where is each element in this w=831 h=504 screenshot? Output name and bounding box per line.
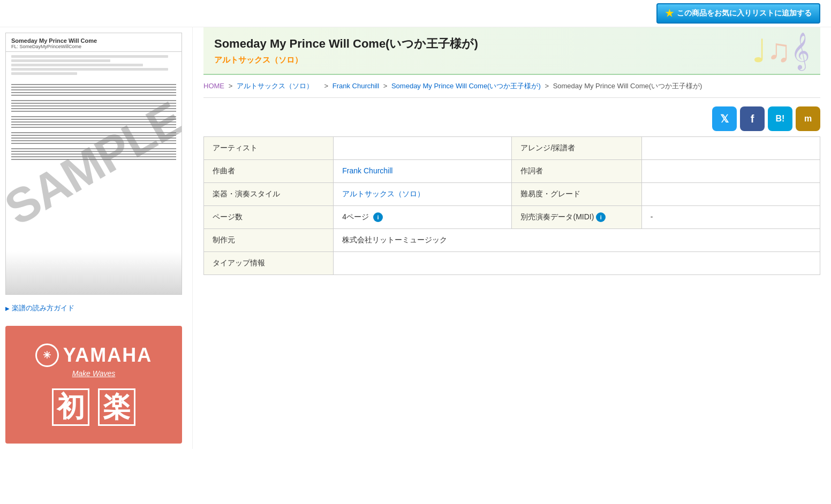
sheet-preview-subtitle: FL: SomeDayMyPrinceWillCome (11, 44, 176, 49)
mastodon-icon: m (804, 114, 812, 124)
yamaha-tagline: Make Waves (72, 369, 116, 378)
favorite-button-label: この商品をお気に入りリストに追加する (677, 9, 812, 18)
staff-row (11, 108, 176, 109)
twitter-button[interactable]: 𝕏 (712, 106, 737, 131)
staff-row (11, 100, 176, 101)
guide-link[interactable]: 楽譜の読み方ガイド (5, 303, 187, 313)
pages-info-icon[interactable]: i (373, 212, 383, 222)
title-section: ♩ ♫ 𝄞 Someday My Prince Will Come(いつか王子様… (203, 27, 820, 75)
sheet-line (11, 64, 143, 66)
table-row: 制作元 株式会社リットーミュージック (204, 229, 820, 252)
main-layout: Someday My Prince Will Come FL: SomeDayM… (0, 27, 831, 449)
table-row: タイアップ情報 (204, 252, 820, 275)
table-row: 楽器・演奏スタイル アルトサックス（ソロ） 難易度・グレード (204, 183, 820, 206)
breadcrumb: HOME > アルトサックス（ソロ） > Frank Churchill > S… (203, 75, 820, 98)
right-content: ♩ ♫ 𝄞 Someday My Prince Will Come(いつか王子様… (193, 27, 831, 449)
staff-group (11, 148, 176, 160)
staff-row (11, 154, 176, 155)
staff-row (11, 143, 176, 144)
staff-row (11, 127, 176, 128)
staff-row (11, 119, 176, 120)
sheet-line (11, 68, 168, 71)
hatena-button[interactable]: B! (768, 106, 792, 131)
staff-row (11, 159, 176, 160)
breadcrumb-song2: Someday My Prince Will Come(いつか王子様が) (553, 82, 702, 90)
value-midi: - (641, 206, 820, 229)
staff-row (11, 121, 176, 123)
star-icon: ★ (665, 7, 674, 19)
sheet-preview[interactable]: Someday My Prince Will Come FL: SomeDayM… (5, 33, 182, 295)
label-tieup: タイアップ情報 (204, 252, 334, 275)
yamaha-kanji2: 楽 (98, 388, 135, 426)
sheet-lines (6, 52, 182, 80)
staff-row (11, 148, 176, 149)
facebook-icon: f (751, 113, 754, 125)
breadcrumb-composer[interactable]: Frank Churchill (333, 82, 379, 90)
sheet-preview-title: Someday My Prince Will Come (11, 37, 176, 44)
breadcrumb-sep1: > (229, 82, 235, 90)
facebook-button[interactable]: f (740, 106, 765, 131)
mastodon-button[interactable]: m (796, 106, 820, 131)
staff-row (11, 111, 176, 112)
breadcrumb-song1[interactable]: Someday My Prince Will Come(いつか王子様が) (391, 82, 541, 90)
staff-row (11, 135, 176, 136)
label-arranger: アレンジ/採譜者 (512, 137, 641, 160)
breadcrumb-sep4: > (545, 82, 550, 90)
breadcrumb-home[interactable]: HOME (203, 82, 224, 90)
sheet-line (11, 55, 168, 58)
yamaha-bottom: 初 楽 (52, 388, 135, 426)
staff-group (11, 132, 176, 144)
staff-row (11, 87, 176, 88)
difficulty-link[interactable]: 難易度・グレード (520, 189, 580, 198)
label-midi: 別売演奏データ(MIDI)i (512, 206, 641, 229)
value-pages: 4ページ i (334, 206, 512, 229)
staff-row (11, 103, 176, 104)
value-lyricist (641, 160, 820, 183)
favorite-button[interactable]: ★ この商品をお気に入りリストに追加する (656, 3, 820, 24)
staff-group (11, 84, 176, 96)
social-buttons: 𝕏 f B! m (203, 106, 820, 131)
value-instrument[interactable]: アルトサックス（ソロ） (334, 183, 512, 206)
info-table: アーティスト アレンジ/採譜者 作曲者 Frank Churchill 作詞者 … (203, 136, 820, 275)
staff-row (11, 84, 176, 85)
table-row: 作曲者 Frank Churchill 作詞者 (204, 160, 820, 183)
pages-value-container: 4ページ i (342, 212, 503, 222)
midi-info-icon[interactable]: i (596, 212, 606, 222)
staff-row (11, 156, 176, 157)
staff-row (11, 89, 176, 90)
left-sidebar: Someday My Prince Will Come FL: SomeDayM… (0, 27, 193, 449)
value-composer[interactable]: Frank Churchill (334, 160, 512, 183)
sheet-line (11, 59, 110, 62)
staff-group (11, 116, 176, 128)
guide-link-label: 楽譜の読み方ガイド (12, 303, 74, 313)
staff-row (11, 138, 176, 139)
value-publisher: 株式会社リットーミュージック (334, 229, 820, 252)
staff-row (11, 151, 176, 152)
staff-row (11, 95, 176, 96)
staff-group (11, 100, 176, 112)
table-row: ページ数 4ページ i 別売演奏データ(MIDI)i - (204, 206, 820, 229)
favorite-bar: ★ この商品をお気に入りリストに追加する (0, 0, 831, 27)
hatena-icon: B! (776, 114, 785, 124)
breadcrumb-category[interactable]: アルトサックス（ソロ） (237, 82, 313, 90)
staff-row (11, 124, 176, 125)
label-pages: ページ数 (204, 206, 334, 229)
value-tieup (334, 252, 820, 275)
sheet-preview-img: Someday My Prince Will Come FL: SomeDayM… (6, 33, 182, 294)
yamaha-emblem: ✳ (35, 343, 59, 367)
label-publisher: 制作元 (204, 229, 334, 252)
value-difficulty (641, 183, 820, 206)
staff-area (6, 82, 182, 166)
sheet-line (11, 72, 77, 75)
staff-row (11, 116, 176, 117)
breadcrumb-sep3: > (383, 82, 389, 90)
pages-text: 4ページ (342, 212, 369, 222)
product-subtitle: アルトサックス（ソロ） (214, 55, 810, 65)
yamaha-banner[interactable]: ✳ YAMAHA Make Waves 初 楽 (5, 326, 182, 444)
yamaha-kanji1: 初 (52, 388, 89, 426)
staff-row (11, 105, 176, 106)
label-artist: アーティスト (204, 137, 334, 160)
label-composer: 作曲者 (204, 160, 334, 183)
staff-row (11, 132, 176, 133)
yamaha-name: YAMAHA (63, 344, 153, 366)
